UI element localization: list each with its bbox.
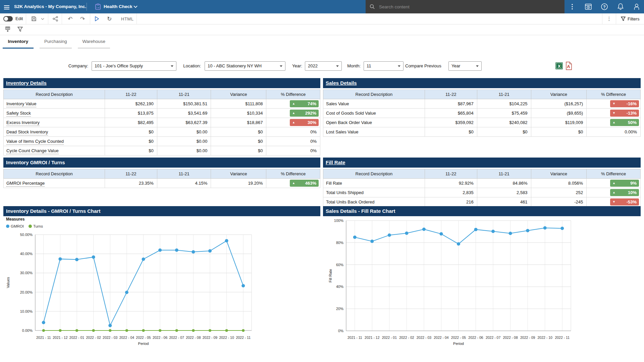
data-point[interactable] <box>175 248 178 252</box>
data-point[interactable] <box>241 284 245 287</box>
tab-inventory[interactable]: Inventory <box>3 35 34 49</box>
data-point[interactable] <box>108 324 112 327</box>
data-point[interactable] <box>439 232 443 236</box>
html-view-button[interactable]: HTML <box>119 13 136 24</box>
data-point[interactable] <box>142 329 145 332</box>
company-select[interactable]: 101 - Joe's Office Supply <box>92 61 176 71</box>
svg-text:2022 - 11: 2022 - 11 <box>555 336 570 340</box>
data-point[interactable] <box>192 329 195 332</box>
fill-rate-chart-canvas[interactable]: 0%20%40%60%80%100%2021 - 112021 - 122022… <box>323 216 641 349</box>
data-point[interactable] <box>526 229 529 232</box>
data-point[interactable] <box>353 236 357 239</box>
legend-item-turns[interactable]: Turns <box>29 224 43 228</box>
data-point[interactable] <box>109 329 111 332</box>
svg-text:2022 - 08: 2022 - 08 <box>186 336 201 340</box>
search-input[interactable] <box>378 4 553 10</box>
year-select[interactable]: 2022 <box>305 61 342 71</box>
column-header: % Difference <box>587 169 641 179</box>
record-description-link[interactable]: GMROI Percentage <box>6 181 45 187</box>
record-description-link[interactable]: Safety Stock <box>6 111 31 117</box>
data-point[interactable] <box>422 228 426 231</box>
hamburger-menu-icon[interactable] <box>3 3 11 10</box>
undo-icon[interactable]: ↶ <box>66 13 74 24</box>
export-excel-icon[interactable]: X <box>555 62 563 71</box>
compare-previous-select[interactable]: Year <box>448 61 482 71</box>
data-point[interactable] <box>225 239 228 242</box>
table-row: Inventory Value$262,190$150,381.51$111,8… <box>4 99 320 109</box>
data-point[interactable] <box>125 291 128 294</box>
export-pdf-icon[interactable]: A <box>565 62 572 71</box>
quick-filter-funnel-icon[interactable] <box>15 24 25 35</box>
data-point[interactable] <box>509 232 512 235</box>
toolbar-kebab-icon[interactable]: ⋮ <box>605 13 613 24</box>
location-select[interactable]: 10 - ABC Stationery NY WH <box>205 61 285 71</box>
data-point[interactable] <box>158 248 162 252</box>
column-header: 11-21 <box>477 90 531 99</box>
data-point[interactable] <box>142 257 145 261</box>
data-point[interactable] <box>75 329 78 332</box>
legend-item-gmroi[interactable]: GMROI <box>6 224 24 228</box>
data-point[interactable] <box>92 329 95 332</box>
record-description-link[interactable]: Dead Stock Inventory <box>6 129 48 135</box>
value-previous: $150,381.51 <box>157 99 211 109</box>
run-play-icon[interactable] <box>93 13 101 24</box>
trend-down-icon: ▼ <box>612 198 615 205</box>
tab-warehouse[interactable]: Warehouse <box>78 35 110 49</box>
data-point[interactable] <box>192 250 195 253</box>
data-point[interactable] <box>405 232 408 235</box>
sales-details-title-link[interactable]: Sales Details <box>326 80 357 86</box>
user-profile-icon[interactable] <box>631 1 642 12</box>
month-select[interactable]: 11 <box>364 61 404 71</box>
data-point[interactable] <box>209 329 211 332</box>
inventory-details-title-link[interactable]: Inventory Details <box>6 80 47 86</box>
export-table-icon[interactable] <box>3 24 13 35</box>
record-description-link[interactable]: Excess Inventory <box>6 120 40 126</box>
refresh-icon[interactable]: ↻ <box>105 13 114 24</box>
data-point[interactable] <box>543 226 547 230</box>
record-description-link[interactable]: Inventory Value <box>6 101 36 107</box>
data-point[interactable] <box>42 321 45 324</box>
data-point[interactable] <box>474 228 478 231</box>
data-point[interactable] <box>370 240 374 243</box>
save-options-chevron-down-icon[interactable] <box>40 13 46 24</box>
data-point[interactable] <box>159 329 161 332</box>
tab-purchasing[interactable]: Purchasing <box>40 35 72 49</box>
page-switcher-chevron-down-icon[interactable] <box>130 1 141 12</box>
global-search[interactable] <box>366 0 565 13</box>
save-icon[interactable] <box>30 13 38 24</box>
data-point[interactable] <box>42 329 45 332</box>
data-point[interactable] <box>75 258 78 261</box>
filters-button[interactable]: Filters <box>619 13 641 24</box>
edit-mode-toggle[interactable] <box>3 16 13 21</box>
data-point[interactable] <box>457 242 460 246</box>
more-options-kebab-icon[interactable] <box>567 1 578 12</box>
redo-icon[interactable]: ↷ <box>78 13 87 24</box>
preview-window-icon[interactable] <box>583 1 594 12</box>
data-point[interactable] <box>92 255 95 259</box>
help-icon[interactable]: ? <box>599 1 610 12</box>
percent-difference-value: 74% <box>308 101 316 106</box>
gmroi-chart-header: Inventory Details - GMROI / Turns Chart <box>3 206 320 216</box>
data-point[interactable] <box>175 329 178 332</box>
location-selected-value: 10 - ABC Stationery NY WH <box>208 63 262 68</box>
quick-action-bar <box>0 24 644 35</box>
record-description-link[interactable]: Value of Items Cycle Counted <box>6 139 64 145</box>
record-description-link[interactable]: Cycle Count Change Value <box>6 148 59 154</box>
data-point[interactable] <box>491 230 495 233</box>
notifications-bell-icon[interactable] <box>615 1 626 12</box>
data-point[interactable] <box>388 233 391 237</box>
page-title: Health Check <box>104 0 132 13</box>
data-point[interactable] <box>59 329 61 332</box>
gmroi-turns-chart-canvas[interactable]: 0.00%10.00%20.00%30.00%40.00%50.00%2021 … <box>3 216 320 349</box>
data-point[interactable] <box>242 329 245 332</box>
data-point[interactable] <box>58 257 62 261</box>
data-point[interactable] <box>125 329 128 332</box>
value-previous: 2,583 <box>477 188 531 197</box>
variance-value: 252 <box>531 188 587 197</box>
data-point[interactable] <box>225 329 228 332</box>
month-label: Month: <box>343 61 361 71</box>
share-icon[interactable] <box>51 13 60 24</box>
data-point[interactable] <box>560 227 564 230</box>
data-point[interactable] <box>208 249 212 253</box>
fill-rate-title-link[interactable]: Fill Rate <box>326 160 345 165</box>
